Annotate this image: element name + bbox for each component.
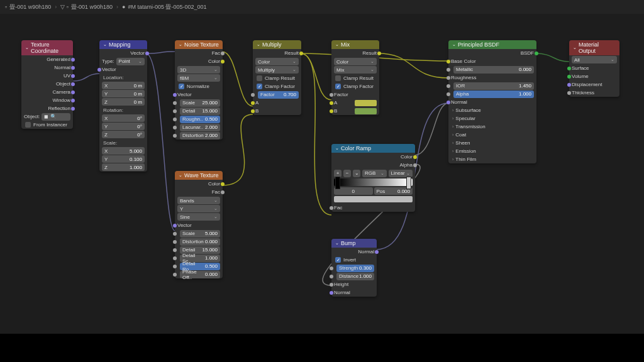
socket-result-out[interactable]: Result xyxy=(331,49,379,57)
expand-transmission[interactable]: ›Transmission xyxy=(448,123,536,131)
node-header[interactable]: ⌄Wave Texture xyxy=(175,171,223,180)
dim-select[interactable]: 3D⌄ xyxy=(177,66,220,74)
dtype-select[interactable]: Color⌄ xyxy=(334,58,377,65)
node-multiply[interactable]: ⌄Multiply Result Color⌄ Multiply⌄ Clamp … xyxy=(253,40,301,115)
socket-uv[interactable]: UV xyxy=(21,72,73,80)
socket-bsdf-out[interactable]: BSDF xyxy=(448,49,536,57)
scl-z[interactable]: Z1.000 xyxy=(102,163,145,171)
socket-b[interactable]: B xyxy=(331,107,379,115)
scl-x[interactable]: X5.000 xyxy=(102,147,145,155)
socket-reflection[interactable]: Reflection xyxy=(21,104,73,112)
socket-result-out[interactable]: Result xyxy=(253,49,301,57)
expand-coat[interactable]: ›Coat xyxy=(448,131,536,139)
socket-normal-in[interactable]: Normal xyxy=(331,288,377,297)
loc-x[interactable]: X0 m xyxy=(102,82,145,89)
dir-select[interactable]: Y⌄ xyxy=(177,205,220,212)
node-header[interactable]: ⌄Bump xyxy=(331,239,377,248)
node-texture-coordinate[interactable]: ⌄Texture Coordinate Generated Normal UV … xyxy=(21,40,73,129)
socket-camera[interactable]: Camera xyxy=(21,88,73,96)
breadcrumb-2[interactable]: ▽ ▫ 畳-001 w90h180 xyxy=(60,3,113,11)
expand-specular[interactable]: ›Specular xyxy=(448,114,536,123)
socket-height-in[interactable]: Height xyxy=(331,280,377,288)
type-select[interactable]: fBM⌄ xyxy=(177,74,220,82)
stop-color[interactable] xyxy=(334,196,413,202)
socket-fac-in[interactable]: Fac xyxy=(331,204,415,212)
lacunarity-field[interactable]: Lacunar..2.000 xyxy=(175,123,223,131)
rot-y[interactable]: Y0° xyxy=(102,123,145,130)
node-header[interactable]: ⌄Color Ramp xyxy=(331,144,415,153)
clamp-result-check[interactable]: Clamp Result xyxy=(253,74,301,82)
node-header[interactable]: ⌄Texture Coordinate xyxy=(21,40,73,55)
factor-field[interactable]: Factor0.700 xyxy=(253,90,301,99)
stop-controls[interactable]: 0 Pos0.000 xyxy=(331,187,415,195)
socket-volume[interactable]: Volume xyxy=(569,72,619,80)
socket-color-out[interactable]: Color xyxy=(175,57,223,65)
socket-displacement[interactable]: Displacement xyxy=(569,80,619,89)
socket-vector-in[interactable]: Vector xyxy=(175,221,223,229)
socket-color-out[interactable]: Color xyxy=(331,153,415,161)
node-material-output[interactable]: ⌄Material Output All⌄ Surface Volume Dis… xyxy=(569,40,619,97)
node-mix[interactable]: ⌄Mix Result Color⌄ Mix⌄ Clamp Result ✓Cl… xyxy=(331,40,379,115)
rot-z[interactable]: Z0° xyxy=(102,131,145,138)
node-principled-bsdf[interactable]: ⌄Principled BSDF BSDF Base Color Metalli… xyxy=(448,40,536,163)
bands-select[interactable]: Bands⌄ xyxy=(177,197,220,204)
scale-field[interactable]: Scale5.000 xyxy=(175,229,223,238)
node-header[interactable]: ⌄Noise Texture xyxy=(175,40,223,49)
node-wave-texture[interactable]: ⌄Wave Texture Color Fac Bands⌄ Y⌄ Sine⌄ … xyxy=(175,171,223,278)
normalize-check[interactable]: ✓Normalize xyxy=(175,82,223,90)
socket-surface[interactable]: Surface xyxy=(569,64,619,72)
socket-window[interactable]: Window xyxy=(21,96,73,104)
node-editor-canvas[interactable]: ⌄Texture Coordinate Generated Normal UV … xyxy=(0,14,644,362)
node-header[interactable]: ⌄Multiply xyxy=(253,40,301,49)
scl-y[interactable]: Y0.100 xyxy=(102,155,145,163)
node-header[interactable]: ⌄Mix xyxy=(331,40,379,49)
node-bump[interactable]: ⌄Bump Normal ✓Invert Strength0.300 Dista… xyxy=(331,239,377,297)
node-header[interactable]: ⌄Principled BSDF xyxy=(448,40,536,49)
socket-normal[interactable]: Normal xyxy=(448,98,536,106)
clamp-factor-check[interactable]: ✓Clamp Factor xyxy=(331,82,379,90)
target-select[interactable]: All⌄ xyxy=(572,56,617,63)
op-select[interactable]: Multiply⌄ xyxy=(255,66,299,74)
socket-b[interactable]: B xyxy=(253,107,301,115)
socket-vector-out[interactable]: Vector xyxy=(99,49,147,57)
object-picker[interactable]: Object:◼ 🔍 xyxy=(21,112,73,121)
profile-select[interactable]: Sine⌄ xyxy=(177,213,220,221)
socket-generated[interactable]: Generated xyxy=(21,55,73,63)
expand-sheen[interactable]: ›Sheen xyxy=(448,139,536,147)
node-header[interactable]: ⌄Material Output xyxy=(569,40,619,55)
alpha-field[interactable]: Alpha1.000 xyxy=(448,90,536,98)
socket-normal-out[interactable]: Normal xyxy=(331,248,377,256)
loc-z[interactable]: Z0 m xyxy=(102,98,145,106)
socket-fac-out[interactable]: Fac xyxy=(175,188,223,196)
breadcrumb-1[interactable]: ▫ 畳-001 w90h180 xyxy=(5,3,51,11)
op-select[interactable]: Mix⌄ xyxy=(334,66,377,74)
phase-offset-field[interactable]: Phase Off..0.000 xyxy=(175,270,223,278)
socket-a[interactable]: A xyxy=(253,99,301,107)
distortion-field[interactable]: Distortion0.000 xyxy=(175,238,223,246)
socket-vector-in[interactable]: Vector xyxy=(175,90,223,99)
breadcrumb-3[interactable]: ● #M tatami-005 畳-005-002_001 xyxy=(122,3,207,11)
rot-x[interactable]: X0° xyxy=(102,114,145,122)
invert-check[interactable]: ✓Invert xyxy=(331,256,377,264)
strength-field[interactable]: Strength0.300 xyxy=(331,264,377,272)
loc-y[interactable]: Y0 m xyxy=(102,90,145,97)
distance-field[interactable]: Distance1.000 xyxy=(331,272,377,280)
clamp-result-check[interactable]: Clamp Result xyxy=(331,74,379,82)
roughness-field[interactable]: Roughn..0.500 xyxy=(175,115,223,123)
socket-object[interactable]: Object xyxy=(21,80,73,88)
socket-a[interactable]: A xyxy=(331,99,379,107)
node-color-ramp[interactable]: ⌄Color Ramp Color Alpha + − ⌄ RGB⌄ Linea… xyxy=(331,144,415,212)
expand-thin-film[interactable]: ›Thin Film xyxy=(448,155,536,163)
socket-normal[interactable]: Normal xyxy=(21,63,73,72)
node-noise-texture[interactable]: ⌄Noise Texture Fac Color 3D⌄ fBM⌄ ✓Norma… xyxy=(175,40,223,140)
socket-fac-out[interactable]: Fac xyxy=(175,49,223,57)
clamp-factor-check[interactable]: ✓Clamp Factor xyxy=(253,82,301,90)
socket-base-color[interactable]: Base Color xyxy=(448,57,536,65)
socket-thickness[interactable]: Thickness xyxy=(569,89,619,97)
detail-field[interactable]: Detail15.000 xyxy=(175,107,223,115)
color-ramp-gradient[interactable] xyxy=(334,178,413,186)
expand-subsurface[interactable]: ›Subsurface xyxy=(448,106,536,114)
dtype-select[interactable]: Color⌄ xyxy=(255,58,299,65)
distortion-field[interactable]: Distortion2.000 xyxy=(175,131,223,140)
node-mapping[interactable]: ⌄Mapping Vector Type:Point⌄ Vector Locat… xyxy=(99,40,147,172)
